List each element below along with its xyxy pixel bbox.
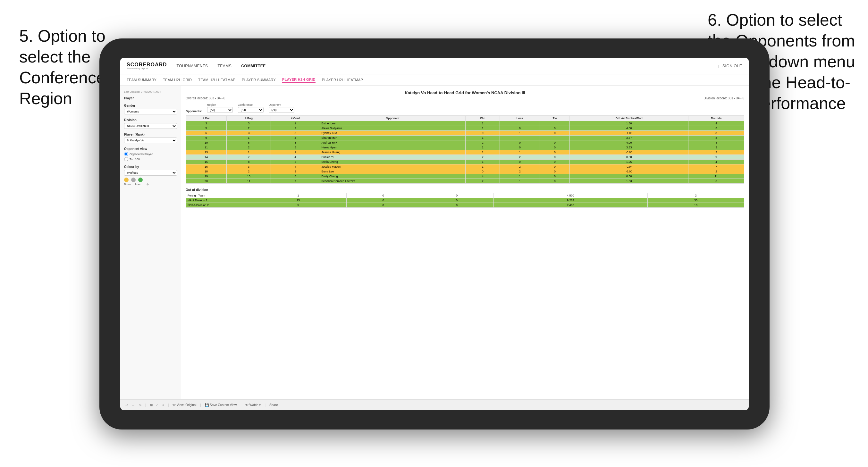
- td-tie: 0: [540, 160, 570, 164]
- sidebar-player-rank-select[interactable]: 8. Katelyn Vo: [124, 137, 177, 143]
- tablet-screen: SCOREBOARD Powered by clippd TOURNAMENTS…: [120, 58, 749, 410]
- td-rounds: 4: [688, 141, 744, 145]
- th-win: Win: [466, 116, 500, 121]
- td-div: 16: [186, 164, 227, 169]
- td-diff: 3.67: [570, 135, 688, 141]
- toolbar-sep2: |: [168, 403, 169, 407]
- th-rounds: Rounds: [688, 116, 744, 121]
- td-conf: 1: [271, 150, 320, 155]
- opponent-filter-label: Opponent: [269, 103, 294, 106]
- table-row: 15 8 5 Stella Cheng 1 0 0 1.25 4: [186, 160, 744, 164]
- td-opponent: Emily Chang: [320, 174, 466, 179]
- nav-item-tournaments[interactable]: TOURNAMENTS: [177, 62, 208, 69]
- nav-item-committee[interactable]: COMMITTEE: [241, 62, 266, 69]
- toolbar-share[interactable]: Share: [269, 403, 278, 407]
- dot-yellow: [124, 178, 129, 182]
- td-win: 1: [466, 135, 500, 141]
- opponent-filter-select[interactable]: (All): [269, 107, 294, 113]
- table-row: 3 3 1 Esther Lee 1 1.50 4: [186, 121, 744, 126]
- toolbar-home[interactable]: ⌂: [156, 403, 158, 407]
- td-div: 14: [186, 155, 227, 160]
- sub-nav-team-h2h-grid[interactable]: TEAM H2H GRID: [163, 77, 192, 82]
- dot-gray: [131, 178, 136, 182]
- toolbar-save-custom-view[interactable]: 💾 Save Custom View: [205, 403, 237, 407]
- td-reg: 3: [226, 121, 271, 126]
- td-win: 0: [466, 169, 500, 174]
- table-row: 19 10 6 Emily Chang 4 1 0 0.30 11: [186, 174, 744, 179]
- td-loss: 0: [500, 141, 540, 145]
- toolbar-sep5: |: [265, 403, 266, 407]
- h2h-table: # Div # Reg # Conf Opponent Win Loss Tie…: [186, 115, 744, 184]
- td-diff: 1.25: [570, 160, 688, 164]
- td-win: 1: [466, 160, 500, 164]
- nav-bar: SCOREBOARD Powered by clippd TOURNAMENTS…: [120, 58, 749, 74]
- td-out-opponent: NAIA Division 1: [186, 198, 250, 203]
- sidebar-radio-top100-input[interactable]: [124, 157, 128, 161]
- toolbar-watch[interactable]: 👁 Watch ▾: [245, 403, 261, 407]
- toolbar-circle[interactable]: ○: [162, 403, 164, 407]
- td-div: 3: [186, 121, 227, 126]
- records-row: Overall Record: 353 - 34 - 6 Division Re…: [186, 96, 744, 100]
- opponent-filter-group: Opponent (All): [269, 103, 294, 113]
- td-opponent: Sydney Kuo: [320, 131, 466, 135]
- sidebar-radio-opponents-played[interactable]: Opponents Played: [124, 152, 177, 156]
- td-reg: 7: [226, 155, 271, 160]
- sub-nav-team-h2h-heatmap[interactable]: TEAM H2H HEATMAP: [198, 77, 235, 82]
- sidebar-division-section: Division NCAA Division III: [124, 118, 177, 129]
- toolbar-back[interactable]: ←: [132, 403, 135, 407]
- region-filter-select[interactable]: (All): [207, 107, 233, 113]
- td-conf: 4: [271, 164, 320, 169]
- toolbar-redo[interactable]: ↪: [139, 403, 142, 407]
- sign-out-button[interactable]: Sign out: [722, 62, 742, 69]
- td-win: 2: [466, 179, 500, 184]
- td-out-rounds: 2: [647, 193, 744, 198]
- td-reg: 2: [226, 169, 271, 174]
- toolbar-undo[interactable]: ↩: [125, 403, 128, 407]
- td-out-loss: 0: [346, 198, 420, 203]
- td-win: 1: [466, 164, 500, 169]
- td-tie: 0: [540, 126, 570, 131]
- toolbar-sep3: |: [200, 403, 202, 407]
- td-conf: 7: [271, 179, 320, 184]
- td-div: 5: [186, 126, 227, 131]
- td-diff: 3.33: [570, 145, 688, 150]
- td-diff: 1.50: [570, 121, 688, 126]
- sidebar-division-select[interactable]: NCAA Division III: [124, 123, 177, 129]
- sidebar-gender-select[interactable]: Women's: [124, 108, 177, 115]
- sidebar-opponent-view-options: Opponents Played Top 100: [124, 152, 177, 161]
- filters-section: Opponents: Region (All) Conference (All): [186, 103, 744, 113]
- colour-label-down: Down: [124, 183, 130, 186]
- td-opponent: Jessica Mason: [320, 164, 466, 169]
- toolbar-grid[interactable]: ⊞: [150, 403, 153, 407]
- conference-filter-select[interactable]: (All): [238, 107, 264, 113]
- sub-nav-team-summary[interactable]: TEAM SUMMARY: [127, 77, 156, 82]
- td-loss: 1: [500, 150, 540, 155]
- td-tie: 0: [540, 141, 570, 145]
- td-win: 2: [466, 141, 500, 145]
- td-loss: 1: [500, 131, 540, 135]
- td-win: 1: [466, 145, 500, 150]
- td-reg: 1: [226, 150, 271, 155]
- out-division-table-row: NCAA Division 2 5 0 0 7.400 10: [186, 203, 744, 208]
- division-record: Division Record: 331 - 34 - 6: [704, 96, 744, 100]
- td-win: 2: [466, 155, 500, 160]
- td-opponent: Alexis Sudjianto: [320, 126, 466, 131]
- main-content: Last Updated: 27/03/2024 14:34 Player Ge…: [120, 86, 749, 399]
- colour-label-level: Level: [135, 183, 141, 186]
- h2h-table-body: 3 3 1 Esther Lee 1 1.50 4 5 2 2 Alexis S…: [186, 121, 744, 184]
- th-loss: Loss: [500, 116, 540, 121]
- nav-item-teams[interactable]: TEAMS: [218, 62, 232, 69]
- sidebar-colour-select[interactable]: Win/loss: [124, 170, 177, 176]
- sub-nav-player-summary[interactable]: PLAYER SUMMARY: [242, 77, 276, 82]
- sub-nav-player-h2h-grid[interactable]: PLAYER H2H GRID: [282, 77, 315, 83]
- sub-nav-player-h2h-heatmap[interactable]: PLAYER H2H HEATMAP: [322, 77, 363, 82]
- td-conf: 3: [271, 131, 320, 135]
- sidebar-radio-top100[interactable]: Top 100: [124, 157, 177, 161]
- td-tie: 0: [540, 179, 570, 184]
- toolbar-view-original[interactable]: 👁 View: Original: [173, 403, 196, 407]
- sidebar-radio-opponents-played-input[interactable]: [124, 152, 128, 156]
- td-diff: 4.00: [570, 141, 688, 145]
- dot-green: [138, 178, 143, 182]
- td-loss: 2: [500, 169, 540, 174]
- td-loss: [500, 135, 540, 141]
